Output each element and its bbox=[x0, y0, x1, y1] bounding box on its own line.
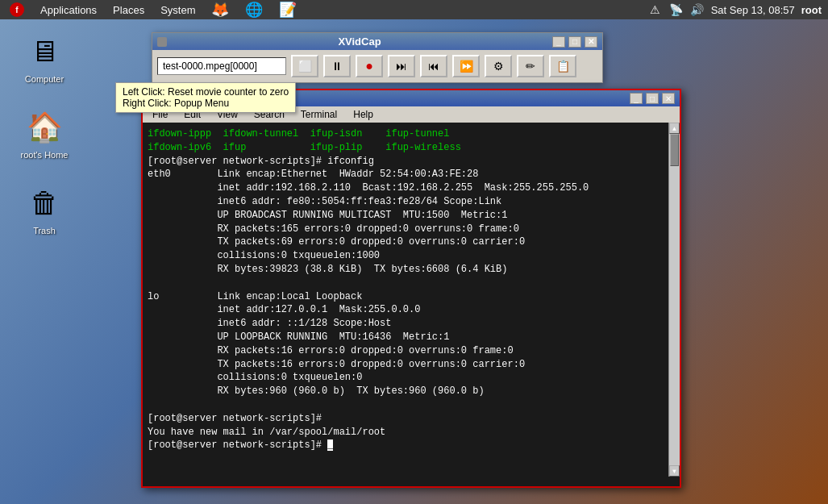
scroll-down-btn[interactable]: ▼ bbox=[669, 465, 680, 477]
term-line-12: lo Link encap:Local Loopback bbox=[148, 290, 662, 304]
fedora-icon: f bbox=[10, 2, 24, 17]
term-line-1: ifdown-ipv6 ifup ifup-plip ifup-wireless bbox=[148, 141, 662, 155]
scrollbar[interactable]: ▲ ▼ bbox=[668, 123, 680, 477]
menu-help[interactable]: Help bbox=[345, 107, 381, 122]
scroll-thumb[interactable] bbox=[670, 134, 679, 166]
term-line-18: collisions:0 txqueuelen:0 bbox=[148, 371, 662, 385]
taskbar-system[interactable]: System bbox=[154, 2, 202, 18]
term-line-20 bbox=[148, 398, 662, 412]
firefox-icon[interactable]: 🦊 bbox=[205, 0, 235, 20]
xvidcap-prev-btn[interactable]: ⏮ bbox=[420, 55, 447, 77]
editor-icon[interactable]: 📝 bbox=[273, 0, 303, 20]
user-label: root bbox=[801, 4, 822, 16]
trash-icon[interactable]: 🗑 Trash bbox=[16, 184, 73, 235]
computer-icon[interactable]: 🖥 Computer bbox=[16, 32, 73, 84]
term-line-11 bbox=[148, 277, 662, 290]
terminal-minimize-btn[interactable]: _ bbox=[630, 93, 643, 104]
term-line-15: UP LOOPBACK RUNNING MTU:16436 Metric:1 bbox=[148, 331, 662, 344]
taskbar-left: f Applications Places System 🦊 🌐 📝 bbox=[0, 0, 303, 20]
term-line-8: TX packets:69 errors:0 dropped:0 overrun… bbox=[148, 235, 662, 249]
term-line-2: [root@server network-scripts]# ifconfig bbox=[148, 155, 662, 169]
term-line-13: inet addr:127.0.0.1 Mask:255.0.0.0 bbox=[148, 303, 662, 317]
menu-terminal[interactable]: Terminal bbox=[293, 107, 345, 122]
xvidcap-pause-btn[interactable]: ⏸ bbox=[323, 55, 351, 77]
term-line-4: inet addr:192.168.2.110 Bcast:192.168.2.… bbox=[148, 181, 662, 195]
taskbar-applications[interactable]: Applications bbox=[34, 2, 103, 18]
xvidcap-forward-btn[interactable]: ⏩ bbox=[452, 55, 480, 77]
tooltip: Left Click: Reset movie counter to zero … bbox=[115, 82, 296, 113]
trash-icon-label: Trash bbox=[33, 226, 56, 235]
term-line-14: inet6 addr: ::1/128 Scope:Host bbox=[148, 317, 662, 331]
xvidcap-edit-btn[interactable]: ✏ bbox=[517, 55, 544, 77]
xvidcap-record-btn[interactable]: ● bbox=[356, 55, 383, 77]
term-line-7: RX packets:165 errors:0 dropped:0 overru… bbox=[148, 223, 662, 236]
term-line-22: You have new mail in /var/spool/mail/roo… bbox=[148, 426, 662, 439]
volume-icon: 🔊 bbox=[690, 2, 705, 17]
term-line-17: TX packets:16 errors:0 dropped:0 overrun… bbox=[148, 358, 662, 372]
network-icon[interactable]: 🌐 bbox=[239, 0, 269, 20]
xvidcap-close-btn[interactable]: ✕ bbox=[585, 36, 597, 48]
terminal-controls: _ □ ✕ bbox=[630, 93, 675, 104]
term-line-16: RX packets:16 errors:0 dropped:0 overrun… bbox=[148, 344, 662, 358]
tooltip-line2: Right Click: Popup Menu bbox=[123, 98, 289, 109]
taskbar-places[interactable]: Places bbox=[106, 2, 151, 18]
term-line-21: [root@server network-scripts]# bbox=[148, 412, 662, 426]
xvidcap-stop-btn[interactable]: ⬜ bbox=[291, 55, 318, 77]
computer-icon-label: Computer bbox=[25, 74, 64, 84]
xvidcap-titlebar: XVidCap _ □ ✕ bbox=[152, 33, 602, 50]
term-line-23: [root@server network-scripts]# _ bbox=[148, 439, 662, 452]
terminal-close-btn[interactable]: ✕ bbox=[662, 93, 675, 104]
xvidcap-filename: test-0000.mpeg[0000] bbox=[157, 57, 286, 75]
term-line-9: collisions:0 txqueuelen:1000 bbox=[148, 249, 662, 263]
xvidcap-controls: _ □ ✕ bbox=[552, 36, 597, 48]
term-line-0: ifdown-ippp ifdown-tunnel ifup-isdn ifup… bbox=[148, 127, 662, 141]
term-line-3: eth0 Link encap:Ethernet HWaddr 52:54:00… bbox=[148, 168, 662, 181]
taskbar-right: ⚠ 📡 🔊 Sat Sep 13, 08:57 root bbox=[648, 2, 828, 17]
terminal-maximize-btn[interactable]: □ bbox=[646, 93, 659, 104]
terminal-lines: ifdown-ippp ifdown-tunnel ifup-isdn ifup… bbox=[148, 127, 675, 452]
scroll-up-btn[interactable]: ▲ bbox=[669, 123, 680, 134]
xvidcap-clipboard-btn[interactable]: 📋 bbox=[549, 55, 576, 77]
home-icon-label: root's Home bbox=[21, 150, 69, 160]
term-line-6: UP BROADCAST RUNNING MULTICAST MTU:1500 … bbox=[148, 209, 662, 223]
xvidcap-body: test-0000.mpeg[0000] ⬜ ⏸ ● ⏭ ⏮ ⏩ ⚙ ✏ 📋 bbox=[152, 50, 602, 82]
taskbar: f Applications Places System 🦊 🌐 📝 ⚠ 📡 🔊… bbox=[0, 0, 828, 19]
xvidcap-minimize-btn[interactable]: _ bbox=[552, 36, 565, 48]
term-line-5: inet6 addr: fe80::5054:ff:fea3:fe28/64 S… bbox=[148, 195, 662, 209]
datetime-label: Sat Sep 13, 08:57 bbox=[711, 4, 795, 16]
xvidcap-settings-btn[interactable]: ⚙ bbox=[485, 55, 512, 77]
warning-icon: ⚠ bbox=[648, 2, 663, 17]
home-icon[interactable]: 🏠 root's Home bbox=[16, 108, 73, 160]
xvidcap-window: XVidCap _ □ ✕ test-0000.mpeg[0000] ⬜ ⏸ ●… bbox=[152, 32, 603, 83]
network-status-icon: 📡 bbox=[669, 2, 684, 17]
xvidcap-icon bbox=[157, 37, 167, 47]
term-line-19: RX bytes:960 (960.0 b) TX bytes:960 (960… bbox=[148, 385, 662, 398]
term-line-10: RX bytes:39823 (38.8 KiB) TX bytes:6608 … bbox=[148, 263, 662, 277]
tooltip-line1: Left Click: Reset movie counter to zero bbox=[123, 86, 289, 98]
desktop-icons: 🖥 Computer 🏠 root's Home 🗑 Trash bbox=[16, 32, 73, 235]
desktop: f Applications Places System 🦊 🌐 📝 ⚠ 📡 🔊… bbox=[0, 0, 828, 504]
xvidcap-title-left bbox=[157, 37, 167, 47]
xvidcap-maximize-btn[interactable]: □ bbox=[568, 36, 581, 48]
terminal-window: er:/etc/sysconfig/network-scripts _ □ ✕ … bbox=[141, 89, 681, 488]
fedora-logo[interactable]: f bbox=[3, 1, 31, 19]
xvidcap-next-btn[interactable]: ⏭ bbox=[388, 55, 415, 77]
terminal-content[interactable]: ▲ ▼ ifdown-ippp ifdown-tunnel ifup-isdn … bbox=[143, 123, 680, 477]
xvidcap-title: XVidCap bbox=[167, 35, 552, 48]
